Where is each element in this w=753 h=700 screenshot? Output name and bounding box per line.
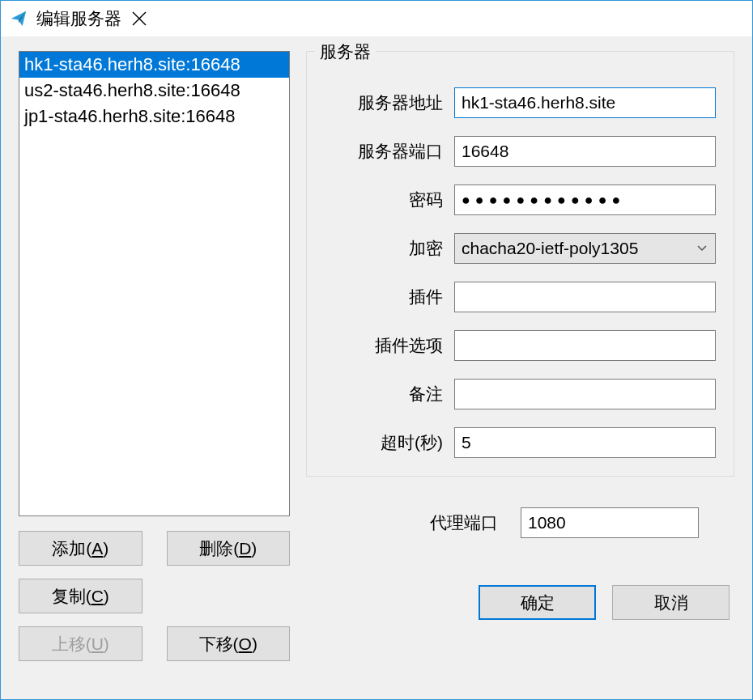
right-column: 服务器 服务器地址 服务器端口 密码 ●●●●●●●●●●●● 加 — [306, 51, 734, 661]
dialog-body: hk1-sta46.herh8.site:16648 us2-sta46.her… — [1, 36, 752, 699]
list-button-grid: 添加(A) 删除(D) 复制(C) 上移(U) 下移(O) — [19, 531, 290, 661]
plugin-input[interactable] — [454, 282, 716, 312]
close-button[interactable] — [121, 2, 157, 35]
plugin-label: 插件 — [325, 286, 454, 308]
move-down-button[interactable]: 下移(O) — [167, 626, 291, 661]
server-list[interactable]: hk1-sta46.herh8.site:16648 us2-sta46.her… — [19, 51, 290, 516]
groupbox-title: 服务器 — [315, 40, 376, 63]
remark-input[interactable] — [454, 379, 716, 409]
password-input[interactable]: ●●●●●●●●●●●● — [454, 185, 716, 215]
window-title: 编辑服务器 — [36, 7, 121, 30]
address-input[interactable] — [454, 87, 716, 118]
add-button[interactable]: 添加(A) — [19, 531, 143, 566]
remark-label: 备注 — [325, 383, 454, 405]
proxy-row: 代理端口 — [306, 507, 734, 538]
timeout-input[interactable] — [454, 427, 716, 458]
proxy-port-label: 代理端口 — [430, 511, 509, 534]
ok-button[interactable]: 确定 — [479, 585, 596, 620]
password-label: 密码 — [325, 189, 454, 211]
timeout-label: 超时(秒) — [325, 431, 454, 454]
server-list-item[interactable]: hk1-sta46.herh8.site:16648 — [19, 52, 289, 78]
plugin-opts-input[interactable] — [454, 330, 716, 361]
plugin-opts-label: 插件选项 — [325, 334, 454, 357]
server-list-item[interactable]: us2-sta46.herh8.site:16648 — [19, 78, 289, 104]
address-label: 服务器地址 — [325, 91, 454, 114]
encryption-value: chacha20-ietf-poly1305 — [462, 239, 696, 258]
left-column: hk1-sta46.herh8.site:16648 us2-sta46.her… — [19, 51, 290, 661]
encryption-label: 加密 — [325, 237, 454, 260]
port-label: 服务器端口 — [325, 140, 454, 163]
dialog-buttons: 确定 取消 — [306, 585, 734, 620]
paper-plane-icon — [9, 9, 28, 28]
server-groupbox: 服务器 服务器地址 服务器端口 密码 ●●●●●●●●●●●● 加 — [306, 51, 734, 477]
port-input[interactable] — [454, 136, 716, 167]
proxy-port-input[interactable] — [521, 507, 699, 538]
cancel-button[interactable]: 取消 — [612, 585, 730, 620]
main-row: hk1-sta46.herh8.site:16648 us2-sta46.her… — [19, 51, 734, 661]
copy-button[interactable]: 复制(C) — [19, 579, 143, 613]
close-icon — [132, 11, 147, 26]
edit-server-dialog: 编辑服务器 hk1-sta46.herh8.site:16648 us2-sta… — [0, 0, 753, 700]
move-up-button: 上移(U) — [19, 626, 143, 661]
server-list-item[interactable]: jp1-sta46.herh8.site:16648 — [19, 104, 289, 129]
chevron-down-icon — [696, 245, 708, 252]
titlebar: 编辑服务器 — [1, 1, 752, 36]
delete-button[interactable]: 删除(D) — [167, 531, 291, 566]
encryption-select[interactable]: chacha20-ietf-poly1305 — [454, 233, 716, 264]
